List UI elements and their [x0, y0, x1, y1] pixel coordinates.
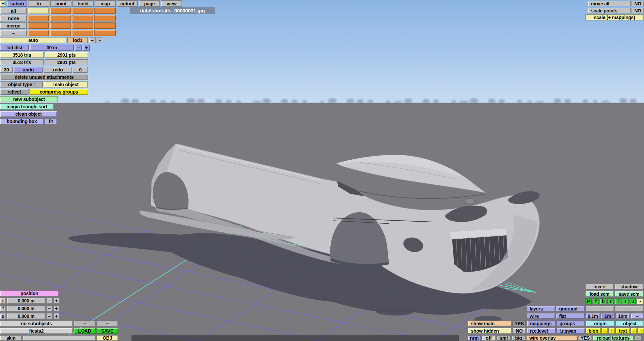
- wire-overlay-value[interactable]: YES: [578, 335, 592, 341]
- tab-subob[interactable]: subob: [7, 0, 27, 7]
- show-hidden-button[interactable]: show hidden: [468, 328, 512, 334]
- text-minus-button[interactable]: –: [631, 328, 637, 334]
- view-left-button[interactable]: l: [615, 298, 621, 304]
- invert-button[interactable]: invert: [585, 284, 614, 289]
- scale-mappings-button[interactable]: scale (+ mappings): [585, 14, 644, 20]
- redo-button[interactable]: redo: [44, 67, 72, 73]
- view-dot-button[interactable]: •: [637, 298, 643, 304]
- show-main-button[interactable]: show main: [468, 321, 512, 326]
- tab-point[interactable]: point: [50, 0, 71, 7]
- tab-tri[interactable]: tri: [28, 0, 49, 7]
- reload-textures-button[interactable]: reload textures: [593, 335, 634, 341]
- skin-name-field[interactable]: [23, 335, 96, 341]
- subob-cell[interactable]: [94, 30, 116, 36]
- subob-cell[interactable]: [94, 22, 116, 29]
- subob-cell[interactable]: [28, 30, 49, 36]
- wire-overlay-button[interactable]: wire overlay: [526, 335, 577, 341]
- menu-h-button[interactable]: H: [0, 0, 6, 7]
- subob-cell[interactable]: [72, 22, 93, 29]
- subob-cell[interactable]: [94, 8, 116, 14]
- groups-button[interactable]: groups: [556, 321, 585, 326]
- position-r-plus-button[interactable]: +: [53, 298, 59, 304]
- position-f-minus-button[interactable]: –: [46, 305, 52, 311]
- viewport-3d[interactable]: [0, 0, 644, 341]
- scale-points-value[interactable]: NO: [632, 8, 644, 13]
- layer-next-button[interactable]: –: [615, 306, 644, 311]
- position-f-plus-button[interactable]: +: [53, 305, 59, 311]
- shadow-button[interactable]: shadow: [615, 284, 643, 289]
- subob-cell[interactable]: [94, 15, 116, 21]
- subobject-next-button[interactable]: –: [97, 321, 118, 327]
- nc-level-button[interactable]: n.c.level: [527, 328, 555, 334]
- new-subobject-button[interactable]: new subobject: [0, 96, 58, 102]
- subob-cell[interactable]: [72, 30, 93, 36]
- position-u-value[interactable]: 0.000 m: [7, 313, 45, 319]
- flat-button[interactable]: flat: [556, 313, 585, 319]
- move-all-value[interactable]: NO: [632, 1, 644, 6]
- load-scm-button[interactable]: load scm: [585, 291, 614, 297]
- lod-dist-minus-button[interactable]: –: [75, 45, 82, 51]
- nrm-big-button[interactable]: big: [512, 335, 525, 341]
- subob-cell[interactable]: [28, 8, 49, 14]
- magic-triangle-sort-button[interactable]: magic triangle sort: [0, 104, 54, 110]
- object-button[interactable]: object: [615, 321, 644, 326]
- wire-button[interactable]: wire: [527, 313, 555, 319]
- tab-build[interactable]: build: [72, 0, 94, 7]
- position-f-value[interactable]: 0.000 m: [7, 305, 45, 311]
- obj-export-button[interactable]: OBJ: [97, 335, 118, 341]
- merge-button[interactable]: merge: [0, 22, 27, 29]
- subob-cell[interactable]: [72, 8, 93, 14]
- select-none-button[interactable]: none: [0, 15, 27, 21]
- save-scm-button[interactable]: save scm: [615, 291, 643, 297]
- blob-plus-button[interactable]: +: [609, 328, 615, 334]
- view-right-button[interactable]: r: [607, 298, 614, 304]
- load-button[interactable]: LOAD: [74, 328, 96, 334]
- mappings-button[interactable]: mappings: [527, 321, 555, 326]
- view-under-button[interactable]: u: [630, 298, 636, 304]
- subob-cell[interactable]: [28, 22, 49, 29]
- show-hidden-value[interactable]: NO: [513, 328, 526, 334]
- object-type-value[interactable]: main object: [44, 81, 88, 88]
- grid-0-1m-button[interactable]: 0.1m: [586, 313, 600, 319]
- bounding-box-button[interactable]: bounding box: [0, 118, 44, 124]
- lod-minus-button[interactable]: –: [89, 37, 96, 43]
- scale-points-button[interactable]: scale points: [588, 8, 631, 13]
- select-all-button[interactable]: all: [0, 8, 27, 14]
- delete-unused-attachments-button[interactable]: delete unused attachments: [0, 74, 88, 80]
- view-front-button[interactable]: f: [593, 298, 599, 304]
- layers-button[interactable]: layers: [527, 306, 555, 311]
- lod-dist-plus-button[interactable]: +: [83, 45, 90, 51]
- show-main-value[interactable]: YES: [513, 321, 526, 326]
- text-button[interactable]: text: [616, 328, 630, 334]
- lod-plus-button[interactable]: +: [97, 37, 103, 43]
- origin-button[interactable]: origin: [586, 321, 614, 326]
- subob-cell[interactable]: [28, 15, 49, 21]
- dash-button[interactable]: –: [0, 30, 27, 36]
- view-top-button[interactable]: t: [622, 298, 629, 304]
- blob-button[interactable]: blob: [586, 328, 601, 334]
- position-u-minus-button[interactable]: –: [46, 313, 52, 319]
- subob-cell[interactable]: [50, 15, 71, 21]
- reflect-button[interactable]: reflect: [0, 89, 29, 95]
- position-r-value[interactable]: 0.000 m: [7, 298, 45, 304]
- grid-off-button[interactable]: –: [631, 313, 644, 319]
- clean-object-button[interactable]: clean object: [0, 111, 57, 117]
- gouraud-button[interactable]: gouraud: [556, 306, 585, 311]
- object-name-field[interactable]: fiesta2: [0, 328, 73, 334]
- skin-button[interactable]: skin: [0, 335, 22, 341]
- view-back-button[interactable]: b: [600, 298, 606, 304]
- nrm-sml-button[interactable]: sml: [497, 335, 511, 341]
- fit-button[interactable]: fit: [45, 118, 57, 124]
- subobject-prev-button[interactable]: –: [74, 321, 96, 327]
- subob-cell[interactable]: [72, 15, 93, 21]
- position-r-minus-button[interactable]: –: [46, 298, 52, 304]
- tab-view[interactable]: view: [161, 0, 182, 7]
- nrm-off-button[interactable]: off: [482, 335, 496, 341]
- move-all-button[interactable]: move all: [588, 1, 631, 6]
- tab-map[interactable]: map: [95, 0, 116, 7]
- text-plus-button[interactable]: +: [638, 328, 644, 334]
- tab-page[interactable]: page: [139, 0, 160, 7]
- lod-auto-button[interactable]: auto: [0, 37, 66, 43]
- compress-groups-button[interactable]: compress groups: [30, 89, 88, 95]
- texture-res-button[interactable]: –: [635, 335, 642, 341]
